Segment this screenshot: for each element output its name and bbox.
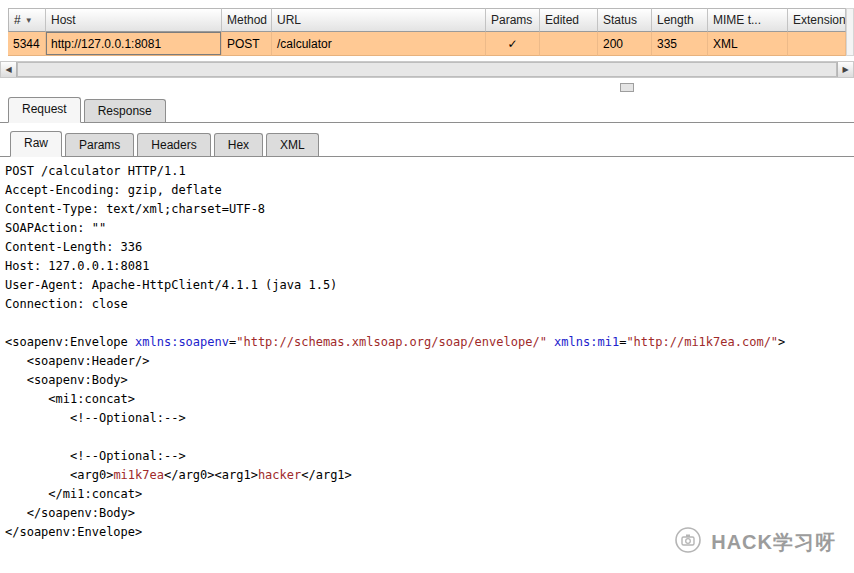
code-line: SOAPAction: "" [5,219,854,238]
scroll-left-icon: ◀ [5,65,11,74]
code-line: Content-Type: text/xml;charset=UTF-8 [5,200,854,219]
code-line: <soapenv:Header/> [5,352,854,371]
cell-params-checkmark: ✓ [486,32,540,56]
column-label: Edited [545,13,579,27]
tab-label: Request [22,102,67,116]
subtab-hex[interactable]: Hex [214,133,263,156]
code-line: User-Agent: Apache-HttpClient/4.1.1 (jav… [5,276,854,295]
cell-length: 335 [652,32,708,56]
code-line: Host: 127.0.0.1:8081 [5,257,854,276]
cell-edited [540,32,598,56]
tab-label: Params [79,138,120,152]
column-header-status[interactable]: Status [598,8,652,32]
column-header-params[interactable]: Params [486,8,540,32]
watermark: HACK学习呀 [673,525,836,559]
watermark-camera-icon [673,525,703,559]
column-label: Host [51,13,76,27]
message-tabs: Request Response [0,98,854,123]
column-header-number[interactable]: # ▼ [8,8,46,32]
code-line: <arg0>mi1k7ea</arg0><arg1>hacker</arg1> [5,466,854,485]
scroll-right-icon: ▶ [842,65,848,74]
table-header-row: # ▼ Host Method URL Params Edited Status… [8,8,846,32]
cell-url: /calculator [272,32,486,56]
subtab-raw[interactable]: Raw [10,131,62,157]
view-tabs: Raw Params Headers Hex XML [0,131,854,157]
cell-host: http://127.0.0.1:8081 [46,32,222,56]
tab-label: Raw [24,136,48,150]
cell-status: 200 [598,32,652,56]
column-header-edited[interactable]: Edited [540,8,598,32]
tab-response[interactable]: Response [84,99,166,122]
code-line [5,428,854,447]
code-line: Accept-Encoding: gzip, deflate [5,181,854,200]
tab-request[interactable]: Request [8,97,81,123]
request-editor[interactable]: POST /calculator HTTP/1.1Accept-Encoding… [0,160,854,565]
scrollbar-thumb[interactable] [17,62,837,77]
code-line: <soapenv:Envelope xmlns:soapenv="http://… [5,333,854,352]
tab-label: Hex [228,138,249,152]
watermark-text: HACK学习呀 [711,529,836,556]
table-row[interactable]: 5344 http://127.0.0.1:8081 POST /calcula… [8,32,846,56]
scroll-right-button[interactable]: ▶ [837,62,853,77]
code-line [5,314,854,333]
tab-label: Headers [151,138,196,152]
cell-number: 5344 [8,32,46,56]
column-header-host[interactable]: Host [46,8,222,32]
code-line: <mi1:concat> [5,390,854,409]
code-line: <!--Optional:--> [5,447,854,466]
code-line: Connection: close [5,295,854,314]
code-line: <soapenv:Body> [5,371,854,390]
code-line: <!--Optional:--> [5,409,854,428]
column-header-mime[interactable]: MIME t... [708,8,788,32]
subtab-xml[interactable]: XML [266,133,319,156]
column-label: Params [491,13,532,27]
column-header-extension[interactable]: Extension [788,8,846,32]
code-line: </mi1:concat> [5,485,854,504]
column-header-url[interactable]: URL [272,8,486,32]
column-label: # [14,13,21,27]
horizontal-scrollbar[interactable]: ◀ ▶ [0,61,854,78]
column-label: URL [277,13,301,27]
column-label: Status [603,13,637,27]
tab-label: Response [98,104,152,118]
column-header-length[interactable]: Length [652,8,708,32]
scroll-left-button[interactable]: ◀ [1,62,17,77]
cell-method: POST [222,32,272,56]
column-label: Method [227,13,267,27]
tab-label: XML [280,138,305,152]
column-label: Extension [793,13,846,27]
subtab-params[interactable]: Params [65,133,134,156]
code-line: Content-Length: 336 [5,238,854,257]
split-divider-handle[interactable] [620,83,634,92]
sort-desc-icon: ▼ [25,16,33,25]
column-label: Length [657,13,694,27]
cell-mime: XML [708,32,788,56]
subtab-headers[interactable]: Headers [137,133,210,156]
cell-extension [788,32,846,56]
column-label: MIME t... [713,13,761,27]
column-header-method[interactable]: Method [222,8,272,32]
http-history-table: # ▼ Host Method URL Params Edited Status… [8,8,846,56]
code-line: </soapenv:Body> [5,504,854,523]
code-line: POST /calculator HTTP/1.1 [5,162,854,181]
vertical-scrollbar[interactable] [846,8,854,56]
